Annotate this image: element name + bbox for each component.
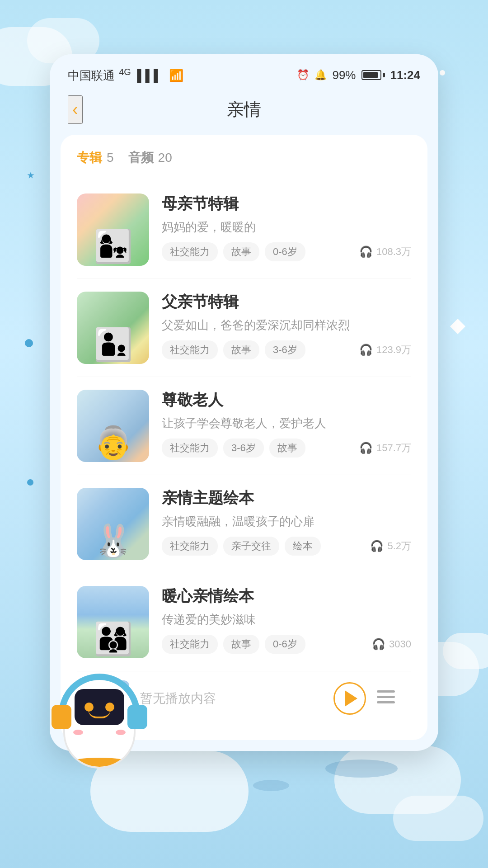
- tag-interaction-4: 亲子交往: [223, 537, 279, 556]
- headphone-icon-2: 🎧: [359, 344, 373, 356]
- alarm-icon: ⏰: [297, 69, 309, 81]
- audio-stat-count: 20: [158, 151, 172, 165]
- svg-rect-1: [377, 696, 395, 698]
- tag-social-5: 社交能力: [162, 635, 218, 654]
- play-count-value-3: 157.7万: [376, 441, 411, 455]
- album-stat-label: 专辑: [77, 149, 102, 166]
- tag-story-1: 故事: [223, 242, 259, 261]
- robot-cheek-right: [116, 730, 126, 735]
- play-count-1: 🎧 108.3万: [359, 245, 411, 259]
- thumb-figure-2: 👨‍👦: [94, 329, 133, 360]
- tag-story-2: 故事: [223, 340, 259, 359]
- audio-stat-label: 音频: [128, 149, 154, 166]
- album-thumb-5: 👨‍👩‍👦: [77, 586, 149, 658]
- album-tags-4: 社交能力 亲子交往 绘本 🎧 5.2万: [162, 537, 411, 556]
- play-count-value-1: 108.3万: [376, 245, 411, 259]
- album-desc-2: 父爱如山，爸爸的爱深沉却同样浓烈: [162, 317, 411, 333]
- tag-social-4: 社交能力: [162, 537, 218, 556]
- playlist-icon: [377, 689, 395, 704]
- status-right: ⏰ 🔔 99% 11:24: [297, 68, 420, 82]
- tag-story-3: 故事: [269, 439, 305, 458]
- album-info-1: 母亲节特辑 妈妈的爱，暖暖的 社交能力 故事 0-6岁 🎧 108.3万: [162, 193, 411, 261]
- play-count-4: 🎧 5.2万: [370, 539, 411, 553]
- album-desc-1: 妈妈的爱，暖暖的: [162, 219, 411, 235]
- battery-icon: [361, 70, 385, 80]
- clock-time: 11:24: [390, 68, 421, 82]
- tag-age-2: 3-6岁: [265, 340, 305, 359]
- play-count-3: 🎧 157.7万: [359, 441, 411, 455]
- thumb-figure-5: 👨‍👩‍👦: [94, 623, 133, 655]
- signal-icon: ▌▌▌: [137, 69, 162, 82]
- carrier-info: 中国联通 4G ▌▌▌ 📶: [68, 67, 183, 84]
- album-info-5: 暖心亲情绘本 传递爱的美妙滋味 社交能力 故事 0-6岁 🎧 3030: [162, 586, 411, 654]
- album-desc-3: 让孩子学会尊敬老人，爱护老人: [162, 415, 411, 431]
- bottom-cloud-3: [393, 796, 483, 841]
- headphone-right-pad: [127, 705, 147, 729]
- album-list: 👩‍👧 母亲节特辑 妈妈的爱，暖暖的 社交能力 故事 0-6岁 🎧 108.3万: [77, 181, 411, 671]
- tag-age-1: 0-6岁: [265, 242, 305, 261]
- tag-social-2: 社交能力: [162, 340, 218, 359]
- diamond-decoration: [450, 319, 465, 334]
- play-count-value-5: 3030: [389, 638, 411, 650]
- headphone-icon-4: 🎧: [370, 540, 384, 552]
- battery-percent: 99%: [332, 68, 356, 82]
- album-item-5[interactable]: 👨‍👩‍👦 暖心亲情绘本 传递爱的美妙滋味 社交能力 故事 0-6岁 🎧 303…: [77, 573, 411, 671]
- album-thumb-4: 🐰: [77, 488, 149, 560]
- audio-stat: 音频 20: [128, 149, 172, 166]
- dot-decoration-3: [440, 70, 445, 75]
- status-bar: 中国联通 4G ▌▌▌ 📶 ⏰ 🔔 99% 11:24: [50, 54, 438, 91]
- page-title: 亲情: [227, 98, 261, 121]
- tag-story-5: 故事: [223, 635, 259, 654]
- thumb-figure-4: 🐰: [94, 525, 133, 557]
- back-button[interactable]: ‹: [68, 95, 83, 124]
- album-title-3: 尊敬老人: [162, 390, 411, 410]
- album-tags-3: 社交能力 3-6岁 故事 🎧 157.7万: [162, 439, 411, 458]
- play-count-value-2: 123.9万: [376, 343, 411, 357]
- album-item-4[interactable]: 🐰 亲情主题绘本 亲情暖融融，温暖孩子的心扉 社交能力 亲子交往 绘本 🎧 5.…: [77, 475, 411, 573]
- dot-decoration-1: [25, 339, 33, 347]
- album-info-3: 尊敬老人 让孩子学会尊敬老人，爱护老人 社交能力 3-6岁 故事 🎧 157.7…: [162, 390, 411, 458]
- headphone-icon-3: 🎧: [359, 442, 373, 454]
- album-stat: 专辑 5: [77, 149, 114, 166]
- network-type: 4G: [119, 67, 131, 77]
- tag-book-4: 绘本: [285, 537, 321, 556]
- nav-bar: ‹ 亲情: [50, 91, 438, 135]
- album-stat-count: 5: [107, 151, 114, 165]
- album-item-3[interactable]: 👵 尊敬老人 让孩子学会尊敬老人，爱护老人 社交能力 3-6岁 故事 🎧 157…: [77, 377, 411, 475]
- headphone-left-pad: [52, 705, 71, 729]
- robot-figure: [54, 678, 145, 769]
- headphone-icon-5: 🎧: [372, 638, 385, 651]
- robot-base-ring: [70, 758, 129, 767]
- player-list-button[interactable]: [377, 689, 395, 708]
- robot-cheek-left: [73, 730, 83, 735]
- album-item-1[interactable]: 👩‍👧 母亲节特辑 妈妈的爱，暖暖的 社交能力 故事 0-6岁 🎧 108.3万: [77, 181, 411, 279]
- album-item-2[interactable]: 👨‍👦 父亲节特辑 父爱如山，爸爸的爱深沉却同样浓烈 社交能力 故事 3-6岁 …: [77, 279, 411, 377]
- play-count-value-4: 5.2万: [387, 539, 411, 553]
- player-play-button[interactable]: [333, 682, 366, 715]
- thumb-figure-1: 👩‍👧: [94, 231, 133, 262]
- main-content: 专辑 5 音频 20 👩‍👧 母亲节特辑 妈妈的爱，暖暖的 社交能力: [61, 135, 427, 740]
- album-thumb-1: 👩‍👧: [77, 193, 149, 266]
- album-info-4: 亲情主题绘本 亲情暖融融，温暖孩子的心扉 社交能力 亲子交往 绘本 🎧 5.2万: [162, 488, 411, 556]
- album-title-5: 暖心亲情绘本: [162, 586, 411, 607]
- album-title-1: 母亲节特辑: [162, 193, 411, 214]
- headphone-icon-1: 🎧: [359, 245, 373, 258]
- svg-rect-0: [377, 690, 395, 693]
- tag-age-3: 3-6岁: [223, 439, 264, 458]
- star-decoration: [27, 172, 34, 179]
- dot-decoration-2: [27, 479, 33, 486]
- album-thumb-3: 👵: [77, 390, 149, 462]
- shadow-oval-1: [325, 760, 398, 778]
- carrier-name: 中国联通: [68, 69, 115, 82]
- album-thumb-2: 👨‍👦: [77, 292, 149, 364]
- wifi-icon: 📶: [169, 69, 183, 82]
- album-info-2: 父亲节特辑 父爱如山，爸爸的爱深沉却同样浓烈 社交能力 故事 3-6岁 🎧 12…: [162, 292, 411, 359]
- play-count-2: 🎧 123.9万: [359, 343, 411, 357]
- phone-card: 中国联通 4G ▌▌▌ 📶 ⏰ 🔔 99% 11:24 ‹ 亲情 专辑: [50, 54, 438, 751]
- album-desc-5: 传递爱的美妙滋味: [162, 611, 411, 627]
- stats-row: 专辑 5 音频 20: [77, 149, 411, 166]
- tag-social-3: 社交能力: [162, 439, 218, 458]
- album-title-4: 亲情主题绘本: [162, 488, 411, 509]
- play-count-5: 🎧 3030: [372, 638, 411, 651]
- tag-social-1: 社交能力: [162, 242, 218, 261]
